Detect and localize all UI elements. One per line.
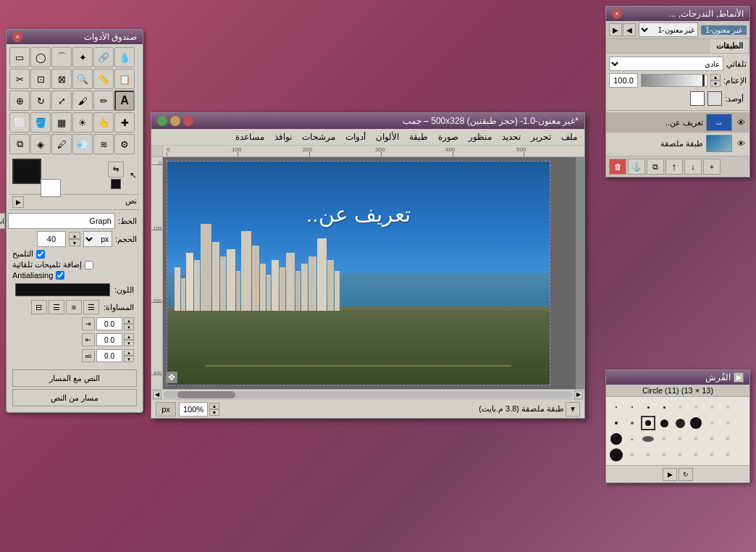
editor-minimize-btn[interactable]	[170, 116, 180, 126]
brush-cell-26[interactable]: ✕	[625, 448, 639, 462]
brush-cell-32[interactable]: ✕	[721, 448, 735, 462]
indent3-down[interactable]: ▼	[124, 356, 134, 362]
scroll-right-btn[interactable]: ▶	[574, 390, 583, 399]
fill-tool[interactable]: 🪣	[30, 112, 51, 133]
h-scroll-thumb[interactable]	[177, 391, 235, 398]
pencil-tool[interactable]: ✏	[93, 91, 114, 111]
clone-tool[interactable]: ⧉	[9, 134, 30, 154]
size-down-btn[interactable]: ▼	[69, 239, 80, 246]
brush-cell-8[interactable]: ✕	[721, 400, 735, 414]
brush-cell-22[interactable]: ✕	[689, 432, 703, 446]
size-value-input[interactable]	[37, 231, 66, 247]
text-tool[interactable]: A	[114, 91, 135, 111]
menu-filters[interactable]: مرشحات	[298, 130, 340, 143]
path-btn[interactable]: 🔗	[93, 47, 114, 67]
mode-select[interactable]: عادي ضرب شاشة	[609, 57, 723, 71]
layer-item-bg[interactable]: 👁 طبقة ملصقة	[606, 133, 749, 154]
arabic-text-overlay[interactable]: تعريف عن..	[306, 201, 411, 227]
fuzzy-select-tool[interactable]: ✦	[72, 47, 93, 67]
brush-cell-16[interactable]: ✕	[721, 416, 735, 430]
opacity-input[interactable]	[609, 73, 638, 88]
swap-colors-btn[interactable]: ⇆	[108, 162, 124, 177]
brush-cell-20[interactable]: ✕	[657, 432, 671, 446]
layer-down-btn[interactable]: ↓	[684, 159, 702, 175]
zoom-input[interactable]	[179, 402, 208, 417]
scissors-tool[interactable]: ✂	[9, 69, 30, 89]
brush-cell-10[interactable]	[625, 416, 639, 430]
brush-cell-6[interactable]: ✕	[689, 400, 703, 414]
brushes-refresh-btn[interactable]: ↻	[679, 468, 693, 481]
h-scroll-track[interactable]	[163, 391, 573, 398]
size-unit-select[interactable]: px pt	[83, 231, 112, 247]
brush-cell-19[interactable]	[641, 432, 655, 446]
menu-image[interactable]: صورة	[434, 130, 463, 143]
stamp-tool[interactable]: 📋	[114, 69, 135, 89]
lock-draw-btn[interactable]	[690, 91, 705, 106]
file-prev-btn[interactable]: ◀	[623, 23, 636, 36]
text-path-button[interactable]: النص مع المسار	[12, 369, 137, 387]
editor-maximize-btn[interactable]	[157, 116, 167, 126]
indent1-input[interactable]	[96, 317, 122, 330]
layer-bg-visibility[interactable]: 👁	[735, 138, 747, 149]
zoom-tool[interactable]: 🔍	[72, 69, 93, 89]
brush-cell-1[interactable]	[609, 400, 623, 414]
delete-layer-btn[interactable]: 🗑	[609, 159, 626, 175]
brush-cell-24[interactable]: ✕	[721, 432, 735, 446]
new-layer-btn[interactable]: +	[703, 159, 721, 175]
brush-cell-2[interactable]	[625, 400, 639, 414]
airbrush-tool[interactable]: 💨	[72, 134, 93, 154]
scroll-left-btn[interactable]: ◀	[153, 390, 161, 399]
brushes-expand-footer-btn[interactable]: ▶	[663, 468, 677, 481]
brush-cell-11[interactable]	[641, 416, 655, 430]
menu-colors[interactable]: الألوان	[371, 130, 403, 143]
heal-tool[interactable]: ✚	[114, 112, 135, 133]
menu-edit[interactable]: تحرير	[526, 130, 555, 143]
brush-cell-12[interactable]	[657, 416, 671, 430]
paths-tool[interactable]: ⊠	[51, 69, 72, 89]
indent3-input[interactable]	[96, 349, 122, 362]
brush-cell-27[interactable]: ✕	[641, 448, 655, 462]
brush-cell-3[interactable]	[641, 400, 655, 414]
text-color-preview[interactable]	[15, 283, 110, 296]
layer-dropdown-btn[interactable]: ▼	[566, 402, 580, 417]
anchor-layer-btn[interactable]: ⚓	[628, 159, 645, 175]
align-justify-btn[interactable]: ⊟	[31, 300, 47, 314]
color-picker-tool[interactable]: 💧	[114, 47, 135, 67]
foreground-select-tool[interactable]: ⊡	[30, 69, 51, 89]
path-from-text-button[interactable]: مسار من النص	[12, 389, 137, 406]
ellipse-select-tool[interactable]: ◯	[30, 47, 51, 67]
brush-cell-23[interactable]: ✕	[705, 432, 719, 446]
script-fu-tool[interactable]: ⚙	[114, 134, 135, 154]
editor-close-btn[interactable]	[183, 116, 193, 126]
brush-cell-18[interactable]: ▪	[625, 432, 639, 446]
layer-text-visibility[interactable]: 👁	[735, 117, 747, 128]
indent1-up[interactable]: ▲	[124, 317, 134, 324]
blend-tool[interactable]: ≋	[93, 134, 114, 154]
brushes-expand-btn[interactable]: ▶	[734, 372, 744, 382]
layers-panel-close[interactable]: ×	[612, 9, 622, 19]
hinting-checkbox[interactable]	[36, 250, 45, 259]
canvas-move-handle[interactable]: ✥	[166, 372, 177, 383]
background-color-swatch[interactable]	[41, 179, 61, 197]
zoom-down-btn[interactable]: ▼	[209, 409, 219, 416]
align-center-btn[interactable]: ≡	[66, 300, 82, 314]
layer-up-btn[interactable]: ↑	[665, 159, 683, 175]
indent1-down[interactable]: ▼	[124, 324, 134, 330]
transform-tool[interactable]: ⊕	[9, 91, 30, 111]
indent3-icon[interactable]: ab	[82, 349, 95, 362]
brush-cell-29[interactable]: ✕	[673, 448, 687, 462]
menu-file[interactable]: ملف	[557, 130, 581, 143]
menu-help[interactable]: مساعدة	[231, 130, 269, 143]
opacity-slider[interactable]	[641, 74, 707, 87]
ink-tool[interactable]: 🖊	[51, 134, 72, 154]
tab-layers[interactable]: الطبقات	[710, 39, 749, 53]
brush-cell-5[interactable]: ✕	[673, 400, 687, 414]
brush-cell-28[interactable]: ✕	[657, 448, 671, 462]
copy-layer-btn[interactable]: ⧉	[647, 159, 664, 175]
indent2-up[interactable]: ▲	[124, 333, 134, 340]
brush-cell-9[interactable]	[609, 416, 623, 430]
gradient-tool[interactable]: ▦	[51, 112, 72, 133]
brush-cell-25[interactable]	[609, 448, 623, 462]
menu-layer[interactable]: طبقة	[405, 130, 432, 143]
eraser-tool[interactable]: ⬜	[9, 112, 30, 133]
